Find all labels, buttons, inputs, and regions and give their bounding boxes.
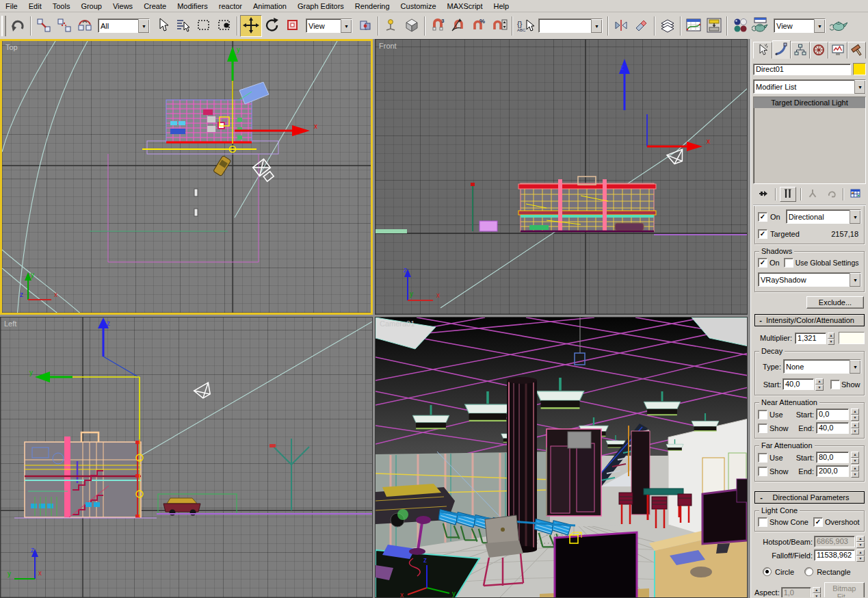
unlink-button[interactable] [54,16,75,36]
small-building[interactable] [479,221,497,231]
mirror-button[interactable] [611,16,631,36]
bind-spacewarp-button[interactable] [75,16,95,36]
top-viewport-canvas[interactable]: x y y x z [2,41,373,315]
pivot-center-button[interactable] [355,16,376,36]
select-object-button[interactable] [153,16,173,36]
tab-create[interactable] [753,42,772,59]
circle-radio[interactable] [763,567,772,576]
menu-create[interactable]: Create [138,1,172,11]
aspect-field[interactable]: 1,0 [781,587,811,598]
far-show-checkbox[interactable] [758,467,767,476]
tab-utilities[interactable] [847,42,867,59]
viewport-label-top[interactable]: Top [5,43,18,51]
curve-editor-button[interactable] [683,16,704,36]
rectangle-radio[interactable] [804,567,813,576]
spinner-snap-button[interactable] [489,16,510,36]
menu-animation[interactable]: Animation [248,1,292,11]
rect-region-button[interactable] [194,16,214,36]
tab-hierarchy[interactable] [791,42,810,59]
chevron-down-icon[interactable]: ▼ [850,210,860,224]
viewport-left[interactable]: z y [0,317,373,598]
chevron-down-icon[interactable]: ▼ [850,273,860,287]
toolbar-grip[interactable] [1,16,6,36]
targeted-checkbox[interactable]: ✓ [758,229,767,239]
menu-group[interactable]: Group [75,1,107,11]
far-start-field[interactable]: 80,0 [816,452,849,463]
light-gizmo[interactable] [667,149,686,165]
chevron-down-icon[interactable]: ▼ [138,19,149,33]
target-move-gizmo[interactable]: z y [29,317,140,439]
configure-modifier-sets-button[interactable] [848,187,863,201]
menu-edit[interactable]: Edit [23,1,47,11]
selection-filter-dropdown[interactable]: All▼ [98,18,150,33]
near-start-spinner[interactable]: ▲▼ [851,408,859,420]
chevron-down-icon[interactable]: ▼ [850,360,860,374]
light-move-gizmo[interactable]: z x [619,59,710,151]
show-cone-checkbox[interactable] [758,517,767,527]
named-sets-button[interactable]: {}ABC [515,16,536,36]
street-lamp[interactable] [269,439,309,510]
light-on-checkbox[interactable]: ✓ [758,212,767,222]
modifier-list-dropdown[interactable]: Modifier List▼ [753,79,866,94]
quick-render-button[interactable] [828,16,849,36]
far-start-spinner[interactable]: ▲▼ [851,452,859,463]
material-editor-button[interactable] [730,16,750,36]
chevron-down-icon[interactable]: ▼ [854,80,865,94]
tab-display[interactable] [828,42,847,59]
menu-graph-editors[interactable]: Graph Editors [292,1,350,11]
falloff-field[interactable]: 11538,962 [814,549,855,561]
menu-rendering[interactable]: Rendering [350,1,395,11]
select-by-name-button[interactable] [173,16,194,36]
keyboard-override-button[interactable] [402,16,422,36]
viewport-label-camera[interactable]: Camera01 [380,320,415,328]
near-start-field[interactable]: 0,0 [816,408,849,420]
building-plan[interactable] [142,82,269,153]
move-button[interactable] [240,15,262,37]
light-type-dropdown[interactable]: Directional▼ [786,209,861,224]
far-end-spinner[interactable]: ▲▼ [851,465,859,477]
chevron-down-icon[interactable]: ▼ [814,19,825,33]
building-front[interactable] [518,177,656,231]
shadows-on-checkbox[interactable]: ✓ [758,258,767,268]
light-color-swatch[interactable] [839,332,865,344]
menu-maxscript[interactable]: MAXScript [442,1,488,11]
left-viewport-canvas[interactable]: z y [1,317,373,598]
tab-modify[interactable] [772,40,791,59]
menu-reactor[interactable]: reactor [213,1,248,11]
hotspot-field[interactable]: 6865,903 [814,536,855,547]
tab-motion[interactable] [810,42,829,59]
modifier-stack[interactable]: Target Directional Light [753,96,866,184]
center-monitor[interactable] [540,532,649,598]
rollout-intensity[interactable]: - Intensity/Color/Attenuation [754,314,865,326]
bitmap-fit-button[interactable]: Bitmap Fit... [824,582,865,597]
render-type-dropdown[interactable]: View▼ [774,18,826,33]
near-use-checkbox[interactable] [758,410,767,419]
schematic-view-button[interactable] [704,16,724,36]
center-partition[interactable] [547,429,601,516]
front-viewport-canvas[interactable]: z x [376,40,748,315]
hotspot-spinner[interactable]: ▲▼ [856,536,865,547]
light-gizmo[interactable] [194,382,214,400]
decay-start-spinner[interactable]: ▲▼ [815,378,824,390]
scale-button[interactable] [282,16,303,36]
make-unique-button[interactable] [805,187,820,201]
menu-tools[interactable]: Tools [47,1,76,11]
percent-snap-button[interactable]: % [469,16,489,36]
layer-manager-button[interactable] [657,16,678,36]
multiplier-field[interactable]: 1,321 [795,333,826,344]
viewport-top[interactable]: x y y x z [0,39,373,315]
rollout-directional[interactable]: - Directional Parameters [754,491,865,504]
named-selection-field[interactable]: ▼ [538,18,603,33]
menu-customize[interactable]: Customize [395,1,442,11]
reference-coordinate-dropdown[interactable]: View▼ [306,18,352,33]
menu-help[interactable]: Help [488,1,515,11]
roof-canopy[interactable] [239,82,269,104]
aspect-spinner[interactable]: ▲▼ [813,587,821,598]
multiplier-spinner[interactable]: ▲▼ [828,333,835,344]
far-use-checkbox[interactable] [758,453,767,463]
angle-snap-button[interactable] [448,16,469,36]
remove-modifier-button[interactable] [824,187,839,201]
use-global-settings-checkbox[interactable] [784,258,793,268]
near-show-checkbox[interactable] [758,424,767,433]
align-button[interactable] [631,16,652,36]
